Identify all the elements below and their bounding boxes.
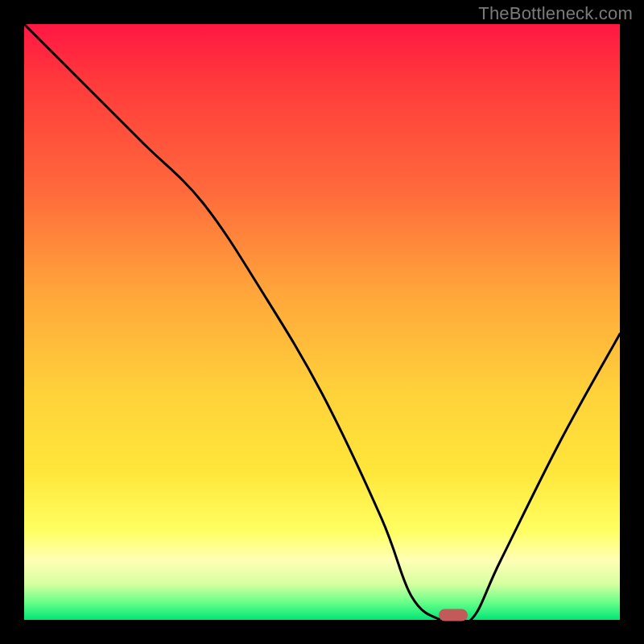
chart-frame: TheBottleneck.com bbox=[0, 0, 644, 644]
watermark-text: TheBottleneck.com bbox=[478, 3, 633, 24]
bottleneck-curve bbox=[24, 24, 620, 620]
curve-path bbox=[24, 24, 620, 625]
optimal-marker bbox=[439, 609, 468, 621]
plot-area bbox=[24, 24, 620, 620]
